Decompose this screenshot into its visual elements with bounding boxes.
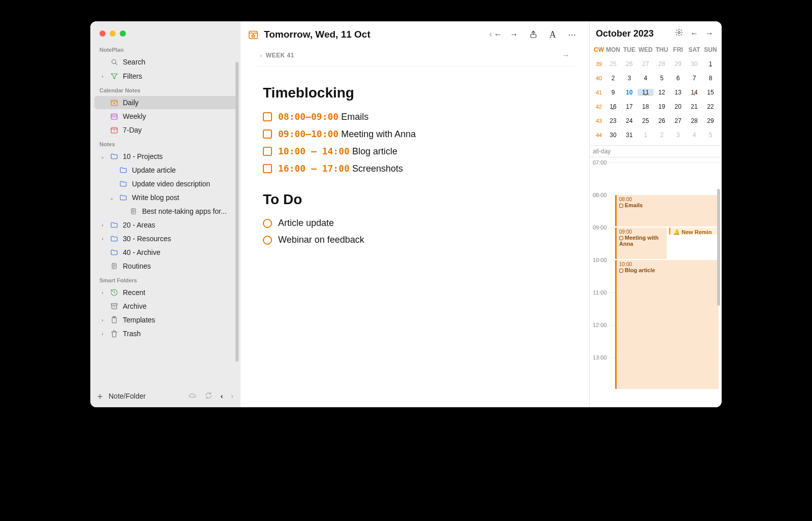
calendar-event[interactable]: 10:00 Blog article: [615, 260, 719, 389]
calendar-day[interactable]: 31: [621, 132, 637, 139]
calendar-day[interactable]: 4: [686, 132, 702, 139]
chevron-right-icon[interactable]: ›: [99, 317, 106, 323]
calendar-event[interactable]: 09:00 Meeting with Anna: [615, 227, 667, 259]
maximize-button[interactable]: [120, 30, 126, 37]
calendar-day[interactable]: 16: [605, 103, 621, 110]
filters-row[interactable]: › Filters: [94, 70, 236, 83]
chevron-right-icon[interactable]: ›: [99, 331, 106, 337]
checkbox-icon[interactable]: [263, 112, 272, 121]
task-row[interactable]: 16:00 – 17:00 Screenshots: [263, 160, 567, 177]
calendar-day[interactable]: 5: [654, 75, 670, 82]
calendar-day[interactable]: 20: [670, 103, 686, 110]
calendar-day[interactable]: 18: [637, 103, 654, 110]
sidebar-item-7-day[interactable]: 7 7-Day: [94, 123, 236, 137]
checkbox-icon[interactable]: [263, 129, 272, 139]
calendar-day[interactable]: 3: [621, 75, 637, 82]
calendar-day[interactable]: 19: [654, 103, 670, 110]
calendar-day[interactable]: 14: [686, 89, 702, 96]
calendar-day[interactable]: 13: [670, 89, 686, 96]
minimize-button[interactable]: [110, 30, 116, 37]
timeline[interactable]: 07:0008:0009:0010:0011:0012:0013:0008:00…: [590, 157, 722, 407]
bullet-circle-icon[interactable]: [263, 236, 272, 245]
calendar-day[interactable]: 26: [654, 117, 670, 124]
calendar-day[interactable]: 8: [702, 75, 719, 82]
calendar-day[interactable]: 6: [670, 75, 686, 82]
calendar-day[interactable]: 24: [621, 117, 637, 124]
calendar-day[interactable]: 22: [702, 103, 719, 110]
calendar-day[interactable]: 15: [702, 89, 719, 96]
sidebar-item-archive[interactable]: Archive: [94, 300, 236, 313]
week-number[interactable]: 43: [593, 118, 605, 124]
calendar-day[interactable]: 2: [654, 132, 670, 139]
chevron-right-icon[interactable]: ›: [260, 52, 262, 58]
calendar-day[interactable]: 23: [605, 117, 621, 124]
task-row[interactable]: 08:00–09:00 Emails: [263, 108, 567, 125]
calendar-event[interactable]: 08:00 Emails: [615, 195, 719, 226]
sidebar-item[interactable]: Best note-taking apps for...: [94, 205, 236, 218]
task-row[interactable]: Article update: [263, 215, 567, 232]
document-body[interactable]: Timeblocking08:00–09:00 Emails09:00–10:0…: [241, 67, 589, 267]
calendar-day[interactable]: 21: [686, 103, 702, 110]
sidebar-item-weekly[interactable]: Weekly: [94, 110, 236, 123]
sidebar-item-trash[interactable]: › Trash: [94, 327, 236, 340]
calendar-day[interactable]: 27: [670, 117, 686, 124]
all-day-row[interactable]: all-day: [590, 145, 722, 157]
checkbox-icon[interactable]: [263, 164, 272, 173]
calendar-day[interactable]: 12: [654, 89, 670, 96]
sidebar-item-daily[interactable]: Daily: [94, 96, 236, 109]
nav-forward-button[interactable]: →: [507, 27, 521, 42]
calendar-day[interactable]: 28: [654, 60, 670, 68]
sidebar-item[interactable]: Routines: [94, 259, 236, 273]
task-row[interactable]: 10:00 – 14:00 Blog article: [263, 143, 567, 160]
chevron-icon[interactable]: ›: [99, 222, 106, 228]
calendar-day[interactable]: 25: [637, 117, 654, 124]
calendar-day[interactable]: 3: [670, 132, 686, 139]
chevron-icon[interactable]: ›: [99, 236, 106, 242]
calendar-day[interactable]: 4: [637, 75, 654, 82]
week-number[interactable]: 42: [593, 104, 605, 110]
search-row[interactable]: Search: [94, 55, 236, 69]
calendar-day[interactable]: 1: [637, 132, 654, 139]
sidebar-item-recent[interactable]: › Recent: [94, 286, 236, 299]
sidebar-item-templates[interactable]: › Templates: [94, 313, 236, 327]
share-icon[interactable]: [526, 27, 540, 42]
calendar-day[interactable]: 29: [702, 117, 719, 124]
week-number[interactable]: 39: [593, 61, 605, 67]
close-button[interactable]: [99, 30, 106, 37]
gear-icon[interactable]: [673, 27, 685, 40]
collapse-left-icon[interactable]: ‹: [219, 391, 225, 401]
calendar-day[interactable]: 9: [605, 89, 621, 96]
cal-prev-button[interactable]: ←: [688, 28, 700, 39]
sidebar-item[interactable]: › 30 - Resources: [94, 232, 236, 245]
sidebar-item[interactable]: 40 - Archive: [94, 246, 236, 259]
sidebar-item[interactable]: ⌄ Write blog post: [94, 191, 236, 204]
cloud-icon[interactable]: [186, 390, 198, 402]
task-row[interactable]: Webinar on feedback: [263, 232, 567, 248]
chevron-icon[interactable]: ⌄: [109, 195, 115, 201]
week-label[interactable]: WEEK 41: [266, 52, 294, 59]
sidebar-item[interactable]: Update video description: [94, 177, 236, 190]
calendar-day[interactable]: 1: [702, 60, 719, 68]
calendar-day[interactable]: 25: [605, 60, 621, 68]
collapse-right-icon[interactable]: ›: [229, 391, 235, 401]
plus-icon[interactable]: ＋: [95, 390, 105, 402]
calendar-day[interactable]: 2: [605, 75, 621, 82]
week-number[interactable]: 41: [593, 89, 605, 95]
calendar-day[interactable]: 17: [621, 103, 637, 110]
calendar-day[interactable]: 27: [637, 60, 654, 68]
chevron-right-icon[interactable]: ›: [99, 290, 106, 296]
calendar-day[interactable]: 7: [686, 75, 702, 82]
calendar-day[interactable]: 29: [670, 60, 686, 68]
calendar-day[interactable]: 5: [702, 132, 719, 139]
font-icon[interactable]: A: [546, 27, 560, 42]
calendar-day[interactable]: 10: [621, 89, 637, 96]
task-row[interactable]: 09:00–10:00 Meeting with Anna: [263, 125, 567, 143]
more-icon[interactable]: ⋯: [565, 27, 579, 42]
checkbox-icon[interactable]: [263, 147, 272, 156]
refresh-icon[interactable]: [202, 390, 215, 402]
month-label[interactable]: October 2023: [596, 28, 654, 39]
new-note-label[interactable]: Note/Folder: [109, 392, 146, 400]
sidebar-scrollbar[interactable]: [235, 62, 239, 362]
calendar-scrollbar[interactable]: [717, 189, 720, 306]
reminder-event[interactable]: 🔔 New Remin: [669, 227, 719, 235]
